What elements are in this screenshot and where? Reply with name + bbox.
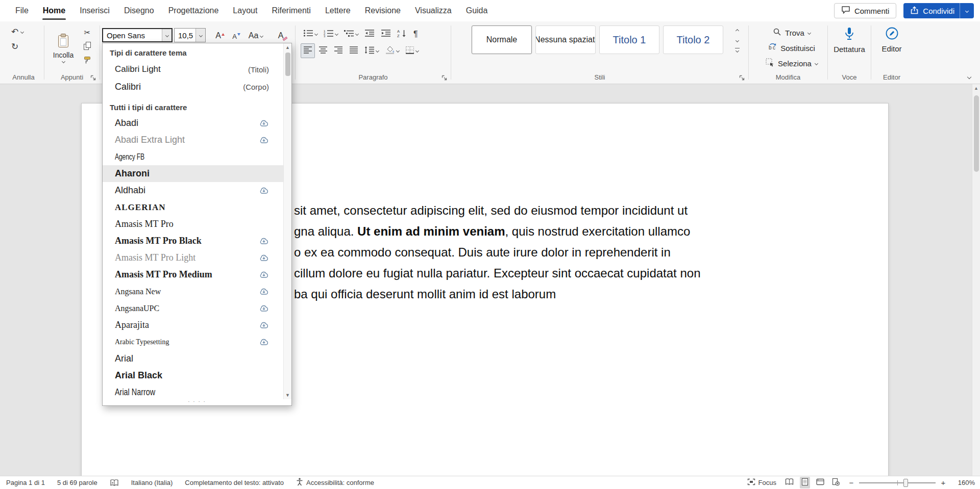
status-language[interactable]: Italiano (Italia) xyxy=(131,479,173,486)
zoom-in-button[interactable]: + xyxy=(940,478,946,487)
zoom-slider[interactable] xyxy=(859,482,936,483)
tab-disegno[interactable]: Disegno xyxy=(117,0,161,21)
style-gallery-more-button[interactable] xyxy=(732,46,742,54)
font-option-aparajita[interactable]: Aparajita xyxy=(103,317,283,333)
numbering-button[interactable]: 123 xyxy=(321,27,340,41)
document-scrollbar[interactable]: ▲ xyxy=(972,84,980,476)
scroll-down-icon[interactable]: ▼ xyxy=(284,391,291,399)
paste-button[interactable]: Incolla xyxy=(50,25,77,70)
tab-visualizza[interactable]: Visualizza xyxy=(408,0,459,21)
status-page-indicator[interactable]: Pagina 1 di 1 xyxy=(6,479,45,486)
share-button-main[interactable]: Condividi xyxy=(903,3,960,18)
zoom-out-button[interactable]: − xyxy=(848,478,854,487)
font-dropdown-scrollbar[interactable]: ▲ ▼ xyxy=(283,43,291,399)
font-option-amasis-mt-pro-light[interactable]: Amasis MT Pro Light xyxy=(103,249,283,266)
find-button[interactable]: Trova xyxy=(757,27,826,38)
cut-button[interactable]: ✂ xyxy=(80,26,94,39)
shading-button[interactable] xyxy=(382,43,402,58)
style-card-titolo-2[interactable]: Titolo 2 xyxy=(663,25,723,54)
font-option-angsana-new[interactable]: Angsana New xyxy=(103,283,283,300)
web-layout-button[interactable] xyxy=(815,477,826,488)
style-card-titolo-1[interactable]: Titolo 1 xyxy=(599,25,659,54)
format-painter-button[interactable] xyxy=(80,55,94,67)
font-option-arial-black[interactable]: Arial Black xyxy=(103,367,283,384)
document-text[interactable]: sit amet, consectetur adipiscing elit, s… xyxy=(294,200,896,304)
sort-button[interactable]: AZ xyxy=(395,27,410,41)
align-right-button[interactable] xyxy=(331,43,346,58)
font-option-calibri[interactable]: Calibri (Corpo) xyxy=(103,78,283,95)
comments-button[interactable]: Commenti xyxy=(834,3,896,18)
status-word-count[interactable]: 5 di 69 parole xyxy=(57,479,97,486)
read-mode-button[interactable] xyxy=(783,477,795,488)
share-dropdown-button[interactable] xyxy=(960,3,974,18)
redo-button[interactable]: ↻ xyxy=(11,41,18,52)
dialog-launcher-appunti[interactable] xyxy=(90,74,96,81)
copy-button[interactable] xyxy=(80,40,94,53)
font-option-agency-fb[interactable]: Agency FB xyxy=(103,148,283,165)
font-option-algerian[interactable]: ALGERIAN xyxy=(103,199,283,216)
dropdown-resize-grip[interactable]: · · · · xyxy=(103,399,291,405)
font-name-combobox[interactable]: Open Sans xyxy=(102,28,173,42)
multilevel-list-button[interactable] xyxy=(341,27,361,41)
align-left-button[interactable] xyxy=(301,43,315,58)
justify-button[interactable] xyxy=(347,43,361,58)
status-accessibility[interactable]: Accessibilità: conforme xyxy=(296,478,374,487)
font-size-combobox[interactable]: 10,5 xyxy=(174,28,206,42)
shrink-font-button[interactable]: A xyxy=(229,28,243,42)
scrollbar-thumb[interactable] xyxy=(285,53,290,76)
zoom-slider-thumb[interactable] xyxy=(903,479,908,487)
grow-font-button[interactable]: A xyxy=(212,28,228,42)
tab-home[interactable]: Home xyxy=(36,0,72,21)
increase-indent-button[interactable] xyxy=(378,27,394,41)
font-option-abadi-extra-light[interactable]: Abadi Extra Light xyxy=(103,132,283,148)
font-size-dropdown-arrow[interactable] xyxy=(195,29,205,42)
tab-file[interactable]: File xyxy=(8,0,36,21)
font-option-calibri-light[interactable]: Calibri Light (Titoli) xyxy=(103,61,283,78)
font-option-angsanaupc[interactable]: AngsanaUPC xyxy=(103,300,283,317)
dialog-launcher-stili[interactable] xyxy=(739,74,745,81)
font-option-arial[interactable]: Arial xyxy=(103,350,283,367)
tab-revisione[interactable]: Revisione xyxy=(358,0,408,21)
scroll-up-icon[interactable]: ▲ xyxy=(284,43,291,52)
replace-button[interactable]: bc Sostituisci xyxy=(757,42,826,54)
undo-button[interactable]: ↶ xyxy=(11,27,23,37)
decrease-indent-button[interactable] xyxy=(362,27,377,41)
print-layout-button[interactable] xyxy=(800,477,810,488)
style-gallery-down-button[interactable] xyxy=(732,36,742,44)
font-option-amasis-mt-pro-black[interactable]: Amasis MT Pro Black xyxy=(103,233,283,249)
tab-layout[interactable]: Layout xyxy=(226,0,264,21)
style-gallery-up-button[interactable] xyxy=(732,27,742,35)
proofing-status-icon[interactable] xyxy=(110,479,119,486)
tab-riferimenti[interactable]: Riferimenti xyxy=(264,0,317,21)
font-option-aharoni[interactable]: Aharoni xyxy=(103,165,283,182)
clear-formatting-button[interactable]: A xyxy=(273,28,288,42)
font-option-amasis-mt-pro[interactable]: Amasis MT Pro xyxy=(103,216,283,233)
tab-lettere[interactable]: Lettere xyxy=(318,0,358,21)
scroll-up-icon[interactable]: ▲ xyxy=(972,84,980,92)
scrollbar-thumb[interactable] xyxy=(974,95,979,172)
status-text-completion[interactable]: Completamento del testo: attivato xyxy=(185,479,284,486)
ribbon-collapse-button[interactable] xyxy=(968,75,971,79)
zoom-level[interactable]: 160% xyxy=(953,479,975,486)
dictate-button[interactable]: Dettatura xyxy=(829,21,870,54)
font-name-dropdown-arrow[interactable] xyxy=(162,29,172,41)
font-option-amasis-mt-pro-medium[interactable]: Amasis MT Pro Medium xyxy=(103,266,283,283)
line-spacing-button[interactable] xyxy=(362,43,381,58)
borders-button[interactable] xyxy=(403,43,421,58)
dialog-launcher-paragrafo[interactable] xyxy=(441,74,448,81)
font-option-arabic-typesetting[interactable]: Arabic Typesetting xyxy=(103,333,283,350)
style-card-nessuna-spaziatura[interactable]: Nessuna spaziati xyxy=(535,25,596,54)
tab-guida[interactable]: Guida xyxy=(459,0,495,21)
font-option-arial-narrow[interactable]: Arial Narrow xyxy=(103,384,283,399)
select-button[interactable]: Seleziona xyxy=(757,58,826,69)
align-center-button[interactable] xyxy=(316,43,330,58)
font-option-abadi[interactable]: Abadi xyxy=(103,115,283,132)
style-card-normale[interactable]: Normale xyxy=(472,25,532,54)
tab-progettazione[interactable]: Progettazione xyxy=(161,0,226,21)
font-option-aldhabi[interactable]: Aldhabi xyxy=(103,182,283,199)
focus-mode-button[interactable]: Focus xyxy=(747,478,776,487)
zoom-page-fit-button[interactable] xyxy=(830,477,841,488)
tab-inserisci[interactable]: Inserisci xyxy=(72,0,117,21)
show-formatting-button[interactable]: ¶ xyxy=(411,27,421,41)
editor-button[interactable]: Editor xyxy=(872,21,911,53)
